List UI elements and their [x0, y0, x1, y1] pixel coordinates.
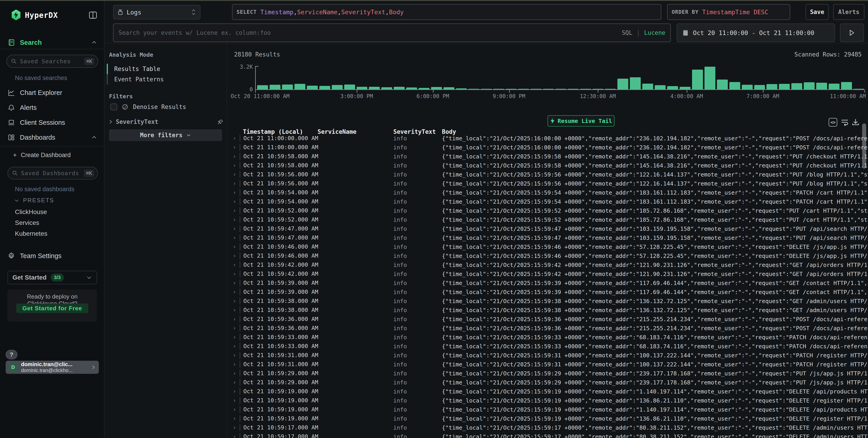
expand-row-icon[interactable]: › [227, 425, 240, 431]
histogram-bar[interactable] [307, 86, 318, 89]
histogram-bar[interactable] [369, 87, 380, 89]
histogram-bar[interactable] [829, 83, 839, 89]
order-by-input[interactable]: ORDER BY TimestampTime DESC [667, 4, 790, 20]
histogram-bar[interactable] [443, 87, 454, 89]
table-row[interactable]: ›Oct 21 10:59:17.000 AMinfo{"time_local"… [227, 432, 868, 438]
preset-kubernetes[interactable]: Kubernetes [15, 230, 47, 237]
histogram-bar[interactable] [642, 83, 653, 89]
expand-row-icon[interactable]: › [227, 434, 240, 438]
expand-row-icon[interactable]: › [227, 190, 240, 196]
histogram-bar[interactable] [518, 89, 529, 89]
lucene-search-input[interactable]: Search your events w/ Lucene ex. column:… [113, 24, 671, 42]
expand-row-icon[interactable]: › [227, 307, 240, 313]
sidebar-item-client-sessions[interactable]: Client Sessions [0, 117, 104, 128]
histogram-bar[interactable] [543, 89, 554, 89]
histogram-bar[interactable] [468, 89, 479, 89]
mode-event-patterns[interactable]: Event Patterns [107, 74, 224, 85]
table-row[interactable]: ›Oct 21 10:59:54.000 AMinfo{"time_local"… [227, 197, 868, 206]
expand-row-icon[interactable]: › [227, 325, 240, 331]
histogram-bar[interactable] [332, 85, 343, 89]
chevron-up-icon[interactable] [91, 39, 97, 46]
table-row[interactable]: ›Oct 21 10:59:42.000 AMinfo{"time_local"… [227, 260, 868, 269]
histogram-bar[interactable] [294, 84, 305, 89]
table-row[interactable]: ›Oct 21 10:59:52.000 AMinfo{"time_local"… [227, 215, 868, 224]
histogram-bar[interactable] [493, 89, 504, 89]
save-button[interactable]: Save [806, 4, 829, 20]
expand-row-icon[interactable]: › [227, 180, 240, 187]
histogram-bar[interactable] [270, 85, 280, 89]
date-range-picker[interactable]: Oct 20 11:00:00 - Oct 21 11:00:00 [677, 24, 835, 42]
text-wrap-icon[interactable] [840, 118, 849, 127]
histogram-bar[interactable] [605, 89, 616, 89]
histogram-bar[interactable] [692, 70, 703, 89]
code-view-icon[interactable]: <> [829, 118, 837, 127]
histogram-bar[interactable] [767, 84, 777, 89]
expand-row-icon[interactable]: › [227, 162, 240, 169]
resume-live-tail-button[interactable]: Resume Live Tail [548, 115, 615, 127]
histogram-bar[interactable] [742, 85, 753, 89]
table-row[interactable]: ›Oct 21 10:59:47.000 AMinfo{"time_local"… [227, 233, 868, 242]
table-row[interactable]: ›Oct 21 10:59:42.000 AMinfo{"time_local"… [227, 269, 868, 278]
table-row[interactable]: ›Oct 21 10:59:38.000 AMinfo{"time_local"… [227, 297, 868, 306]
histogram-bar[interactable] [854, 89, 864, 89]
lucene-toggle[interactable]: Lucene [644, 29, 665, 36]
expand-row-icon[interactable]: › [227, 388, 240, 395]
histogram-bar[interactable] [705, 67, 715, 89]
histogram-bar[interactable] [381, 87, 392, 89]
chevron-up-icon[interactable] [91, 134, 97, 141]
table-row[interactable]: ›Oct 21 10:59:17.000 AMinfo{"time_local"… [227, 423, 868, 432]
expand-row-icon[interactable]: › [227, 280, 240, 286]
user-menu[interactable]: D dominic.tran@clic... dominic.tran@clic… [6, 361, 99, 374]
table-row[interactable]: ›Oct 21 10:59:54.000 AMinfo{"time_local"… [227, 188, 868, 197]
expand-row-icon[interactable]: › [227, 406, 240, 413]
histogram-bar[interactable] [406, 88, 417, 89]
expand-row-icon[interactable]: › [227, 370, 240, 376]
table-row[interactable]: ›Oct 21 10:59:19.000 AMinfo{"time_local"… [227, 387, 868, 396]
histogram-bar[interactable] [754, 85, 765, 89]
histogram-bar[interactable] [257, 85, 268, 89]
table-row[interactable]: ›Oct 21 10:59:58.000 AMinfo{"time_local"… [227, 161, 868, 170]
sidebar-item-alerts[interactable]: Alerts [0, 102, 104, 113]
histogram-bar[interactable] [506, 89, 517, 89]
table-row[interactable]: ›Oct 21 10:59:29.000 AMinfo{"time_local"… [227, 369, 868, 378]
histogram-bar[interactable] [481, 89, 492, 89]
expand-row-icon[interactable]: › [227, 271, 240, 277]
expand-row-icon[interactable]: › [227, 361, 240, 368]
table-row[interactable]: ›Oct 21 10:59:19.000 AMinfo{"time_local"… [227, 405, 868, 414]
table-row[interactable]: ›Oct 21 11:00:00.000 AMinfo{"time_local"… [227, 134, 868, 143]
select-query-input[interactable]: SELECT Timestamp,ServiceName,SeverityTex… [232, 4, 661, 20]
sidebar-item-dashboards[interactable]: Dashboards [0, 132, 104, 143]
table-row[interactable]: ›Oct 21 10:59:31.000 AMinfo{"time_local"… [227, 360, 868, 369]
expand-row-icon[interactable]: › [227, 334, 240, 340]
table-row[interactable]: ›Oct 21 10:59:19.000 AMinfo{"time_local"… [227, 414, 868, 423]
severity-filter-group[interactable]: SeverityText [108, 119, 223, 125]
expand-row-icon[interactable]: › [227, 198, 240, 205]
histogram-bar[interactable] [667, 86, 678, 89]
sidebar-item-chart-explorer[interactable]: Chart Explorer [0, 87, 104, 98]
get-started-free-button[interactable]: Get Started for Free [16, 304, 88, 313]
table-row[interactable]: ›Oct 21 10:59:36.000 AMinfo{"time_local"… [227, 314, 868, 324]
get-started-accordion[interactable]: Get Started 3/3 [7, 271, 97, 284]
expand-row-icon[interactable]: › [227, 397, 240, 404]
preset-clickhouse[interactable]: ClickHouse [15, 208, 47, 215]
saved-searches-input[interactable]: Saved Searches ⌘K [6, 55, 98, 68]
expand-row-icon[interactable]: › [227, 135, 240, 141]
table-row[interactable]: ›Oct 21 10:59:46.000 AMinfo{"time_local"… [227, 251, 868, 260]
histogram-bar[interactable] [431, 87, 442, 89]
histogram-bar[interactable] [791, 83, 802, 89]
expand-row-icon[interactable]: › [227, 379, 240, 385]
histogram-bar[interactable] [580, 89, 591, 89]
expand-row-icon[interactable]: › [227, 171, 240, 178]
expand-row-icon[interactable]: › [227, 253, 240, 259]
expand-row-icon[interactable]: › [227, 316, 240, 322]
histogram-bar[interactable] [730, 82, 740, 89]
histogram-bar[interactable] [531, 89, 541, 89]
table-row[interactable]: ›Oct 21 11:00:00.000 AMinfo{"time_local"… [227, 143, 868, 152]
expand-row-icon[interactable]: › [227, 262, 240, 268]
expand-row-icon[interactable]: › [227, 144, 240, 150]
preset-services[interactable]: Services [15, 219, 39, 227]
more-filters-button[interactable]: More filters [109, 129, 222, 141]
table-row[interactable]: ›Oct 21 10:59:39.000 AMinfo{"time_local"… [227, 278, 868, 288]
download-icon[interactable] [851, 118, 860, 127]
table-row[interactable]: ›Oct 21 10:59:19.000 AMinfo{"time_local"… [227, 396, 868, 405]
